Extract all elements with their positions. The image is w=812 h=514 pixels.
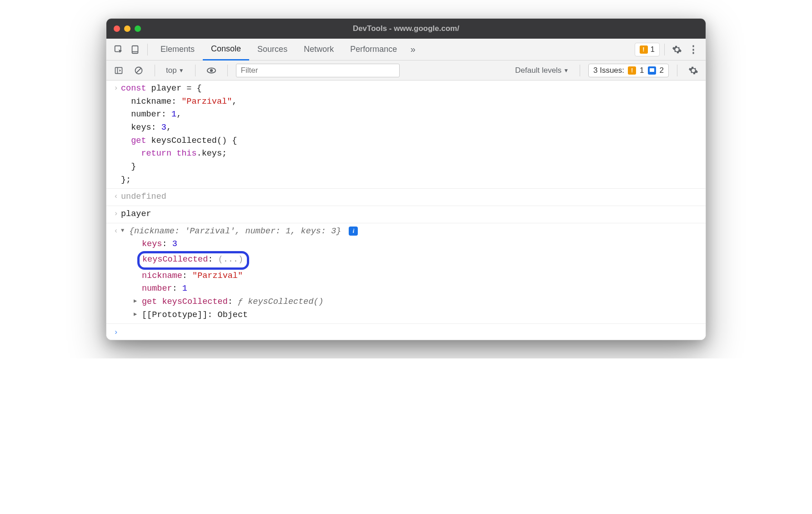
context-selector[interactable]: top ▼ [163, 65, 187, 76]
warning-icon: ! [640, 45, 648, 54]
tab-network[interactable]: Network [296, 39, 342, 60]
tab-performance[interactable]: Performance [342, 39, 405, 60]
svg-rect-10 [650, 69, 654, 72]
devtools-window: DevTools - www.google.com/ Elements Cons… [106, 18, 706, 340]
console-message[interactable]: › player [106, 206, 706, 223]
tab-console[interactable]: Console [203, 39, 249, 60]
property-row-getter[interactable]: keysCollected: (...) [133, 251, 700, 270]
console-toolbar: top ▼ Default levels ▼ 3 Issues: ! 1 2 [106, 60, 706, 81]
context-label: top [166, 66, 177, 75]
prompt-chevron-icon: › [111, 326, 121, 338]
svg-rect-1 [132, 45, 138, 53]
svg-rect-3 [115, 67, 122, 73]
svg-line-7 [136, 68, 141, 73]
console-message[interactable]: › const player = { nickname: "Parzival",… [106, 81, 706, 189]
info-badge-icon[interactable]: i [349, 227, 358, 236]
warning-icon: ! [628, 66, 636, 75]
separator [195, 65, 195, 76]
return-value: undefined [121, 192, 166, 202]
window-title: DevTools - www.google.com/ [106, 24, 706, 33]
separator [677, 65, 677, 76]
issues-info-count: 2 [660, 66, 664, 75]
tab-sources[interactable]: Sources [249, 39, 296, 60]
console-message[interactable]: ‹ undefined [106, 189, 706, 206]
chevron-down-icon: ▼ [563, 67, 569, 74]
separator [580, 65, 580, 76]
live-expression-icon[interactable] [204, 63, 219, 78]
output-chevron-icon: ‹ [111, 190, 121, 202]
property-row[interactable]: keys: 3 [133, 238, 700, 251]
clear-console-icon[interactable] [131, 63, 146, 78]
property-row-prototype[interactable]: [[Prototype]]: Object [133, 309, 700, 322]
svg-marker-5 [120, 69, 121, 71]
traffic-lights [114, 25, 141, 32]
issues-summary[interactable]: 3 Issues: ! 1 2 [588, 64, 669, 77]
object-summary[interactable]: {nickname: 'Parzival', number: 1, keys: … [121, 225, 700, 238]
issues-warn-count: 1 [640, 66, 644, 75]
tab-elements[interactable]: Elements [152, 39, 203, 60]
svg-rect-11 [650, 68, 654, 69]
output-chevron-icon: ‹ [111, 224, 121, 237]
titlebar: DevTools - www.google.com/ [106, 19, 706, 39]
zoom-window-button[interactable] [135, 25, 141, 32]
svg-point-9 [210, 69, 212, 71]
console-message[interactable]: ‹ {nickname: 'Parzival', number: 1, keys… [106, 223, 706, 324]
settings-icon[interactable] [669, 42, 685, 57]
more-options-icon[interactable]: ⋮ [686, 42, 701, 57]
log-levels-selector[interactable]: Default levels ▼ [512, 65, 571, 76]
property-row[interactable]: nickname: "Parzival" [133, 270, 700, 283]
console-output: › const player = { nickname: "Parzival",… [106, 81, 706, 340]
more-tabs-icon[interactable]: » [405, 42, 421, 57]
code-text: player [121, 209, 151, 219]
console-prompt[interactable]: › [106, 323, 706, 340]
property-row-function[interactable]: get keysCollected: ƒ keysCollected() [133, 296, 700, 309]
info-icon [648, 66, 656, 75]
minimize-window-button[interactable] [124, 25, 130, 32]
property-row[interactable]: number: 1 [133, 282, 700, 296]
object-properties: keys: 3 keysCollected: (...) nickname: "… [121, 238, 700, 322]
console-settings-icon[interactable] [686, 63, 701, 78]
input-chevron-icon: › [111, 81, 121, 94]
warnings-count: 1 [651, 45, 655, 54]
issues-label: 3 Issues: [593, 66, 624, 75]
code-block: const player = { nickname: "Parzival", n… [121, 81, 700, 187]
panel-tabs-bar: Elements Console Sources Network Perform… [106, 39, 706, 60]
separator [664, 44, 665, 55]
levels-label: Default levels [515, 66, 561, 75]
filter-input[interactable] [236, 64, 400, 77]
device-toolbar-icon[interactable] [127, 42, 143, 57]
separator [155, 65, 155, 76]
input-chevron-icon: › [111, 207, 121, 220]
inspect-element-icon[interactable] [111, 42, 126, 57]
warnings-badge[interactable]: ! 1 [635, 43, 660, 56]
tabs: Elements Console Sources Network Perform… [152, 39, 421, 60]
chevron-down-icon: ▼ [179, 67, 184, 74]
close-window-button[interactable] [114, 25, 120, 32]
separator [147, 44, 148, 55]
separator [227, 65, 228, 76]
toggle-sidebar-icon[interactable] [111, 63, 126, 78]
